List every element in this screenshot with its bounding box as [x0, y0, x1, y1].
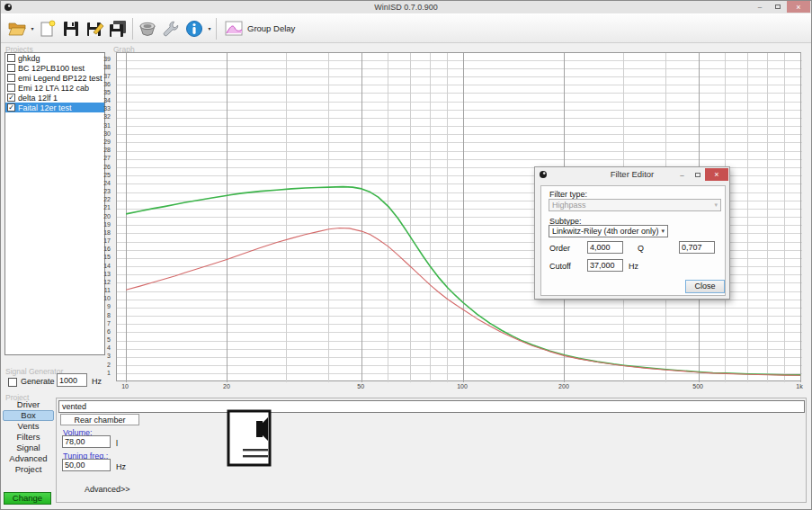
- project-checkbox[interactable]: [7, 64, 15, 72]
- tuning-freq-unit: Hz: [116, 462, 126, 471]
- generate-checkbox[interactable]: [8, 378, 17, 387]
- order-input[interactable]: [587, 241, 623, 254]
- generator-frequency-unit: Hz: [92, 377, 102, 386]
- y-tick-label: 29: [103, 139, 111, 145]
- y-tick-label: 20: [103, 213, 111, 219]
- info-dropdown-arrow[interactable]: ▾: [206, 25, 213, 31]
- y-tick-label: 13: [103, 271, 111, 277]
- y-tick-label: 27: [103, 155, 111, 161]
- y-tick-label: 24: [103, 180, 111, 186]
- tab-advanced[interactable]: Advanced: [3, 453, 54, 464]
- open-folder-icon: [7, 19, 27, 39]
- close-button[interactable]: ×: [787, 1, 810, 13]
- change-button[interactable]: Change: [4, 492, 51, 505]
- graph-type-button[interactable]: Group Delay: [219, 17, 300, 40]
- y-tick-label: 37: [103, 73, 111, 79]
- y-tick-label: 1: [107, 370, 111, 376]
- dialog-maximize-button[interactable]: [690, 168, 705, 181]
- chevron-down-icon: ▾: [714, 201, 718, 209]
- tuning-freq-input[interactable]: [62, 459, 111, 471]
- tab-driver[interactable]: Driver: [3, 399, 54, 410]
- filter-type-value: Highpass: [552, 201, 586, 210]
- y-tick-label: 31: [103, 122, 111, 129]
- wrench-icon: [161, 19, 181, 39]
- project-item-label: Emi 12 LTA 112 cab: [18, 84, 89, 93]
- window-title: WinISD 0.7.0.900: [1, 3, 811, 12]
- y-tick-label: 3: [107, 353, 111, 359]
- subtype-select[interactable]: Linkwitz-Riley (4th order only) ▾: [549, 225, 668, 237]
- volume-input[interactable]: [62, 435, 111, 448]
- project-checkbox[interactable]: ✓: [7, 103, 15, 112]
- project-item-label: delta 12lf 1: [18, 94, 58, 103]
- filter-editor-dialog: Filter Editor – × Filter type: Highpass …: [534, 166, 730, 300]
- save-as-button[interactable]: [83, 16, 106, 41]
- generate-label: Generate: [21, 377, 55, 386]
- box-type-value: vented: [62, 402, 86, 411]
- tab-project[interactable]: Project: [3, 464, 54, 475]
- y-tick-label: 15: [103, 254, 111, 260]
- filter-editor-body: Filter type: Highpass ▾ Subtype: Linkwit…: [540, 185, 726, 296]
- tab-box[interactable]: Box: [3, 410, 54, 421]
- tab-filters[interactable]: Filters: [3, 432, 54, 443]
- x-axis-labels: 1020501002005001k: [116, 383, 801, 392]
- maximize-button[interactable]: [769, 1, 787, 13]
- speaker-driver-icon: [138, 19, 157, 39]
- y-tick-label: 18: [103, 229, 111, 236]
- tab-signal[interactable]: Signal: [3, 443, 54, 453]
- info-button[interactable]: [183, 16, 206, 41]
- dialog-minimize-button[interactable]: –: [674, 168, 690, 181]
- title-bar: WinISD 0.7.0.900 – ×: [1, 1, 811, 13]
- y-tick-label: 14: [103, 263, 111, 269]
- new-file-icon: [38, 19, 58, 39]
- project-item-label: ghkdg: [18, 54, 40, 63]
- q-input[interactable]: [679, 241, 715, 254]
- filter-editor-titlebar[interactable]: Filter Editor – ×: [535, 167, 729, 182]
- x-tick-label: 20: [213, 383, 240, 389]
- save-icon: [61, 19, 81, 39]
- open-project-button[interactable]: [5, 16, 29, 41]
- y-tick-label: 34: [103, 97, 111, 103]
- driver-database-button[interactable]: [136, 16, 159, 41]
- x-tick-label: 500: [684, 383, 711, 389]
- box-panel: vented Rear chamber Volume: l Tuning fre…: [56, 398, 807, 503]
- y-tick-label: 23: [103, 188, 111, 194]
- chevron-down-icon: ▾: [661, 228, 665, 235]
- cutoff-label: Cutoff: [549, 262, 571, 271]
- x-tick-label: 100: [449, 383, 476, 389]
- project-checkbox[interactable]: [7, 84, 15, 92]
- project-checkbox[interactable]: [7, 74, 15, 82]
- new-project-button[interactable]: [36, 16, 59, 41]
- tab-vents[interactable]: Vents: [3, 421, 54, 432]
- order-label: Order: [549, 244, 570, 253]
- y-tick-label: 2: [107, 362, 111, 368]
- advanced-expander[interactable]: Advanced>>: [85, 485, 130, 494]
- y-tick-label: 4: [107, 344, 111, 351]
- dialog-close-x-button[interactable]: ×: [705, 168, 728, 181]
- filter-type-select[interactable]: Highpass ▾: [549, 199, 721, 211]
- rear-chamber-button[interactable]: Rear chamber: [60, 414, 139, 425]
- y-tick-label: 8: [107, 312, 111, 318]
- open-dropdown-arrow[interactable]: ▾: [29, 25, 36, 31]
- project-checkbox[interactable]: ✓: [7, 94, 15, 102]
- y-tick-label: 9: [107, 303, 111, 309]
- save-all-button[interactable]: [106, 16, 129, 41]
- minimize-button[interactable]: –: [751, 1, 769, 13]
- y-tick-label: 16: [103, 246, 111, 252]
- box-type-select[interactable]: vented: [58, 400, 805, 413]
- y-tick-label: 26: [103, 164, 111, 170]
- save-button[interactable]: [59, 16, 83, 41]
- x-tick-label: 50: [347, 383, 374, 389]
- y-tick-label: 36: [103, 81, 111, 87]
- project-tabs: DriverBoxVentsFiltersSignalAdvancedProje…: [3, 399, 54, 475]
- x-tick-label: 1k: [786, 383, 812, 389]
- y-tick-label: 12: [103, 279, 111, 285]
- y-tick-label: 5: [107, 336, 111, 343]
- tools-button[interactable]: [159, 16, 183, 41]
- box-diagram: [227, 409, 272, 467]
- filter-type-label: Filter type:: [549, 190, 587, 199]
- project-checkbox[interactable]: [7, 54, 15, 62]
- cutoff-input[interactable]: [587, 259, 623, 272]
- y-tick-label: 19: [103, 221, 111, 228]
- dialog-close-button[interactable]: Close: [685, 280, 725, 293]
- generator-frequency-input[interactable]: [57, 373, 87, 387]
